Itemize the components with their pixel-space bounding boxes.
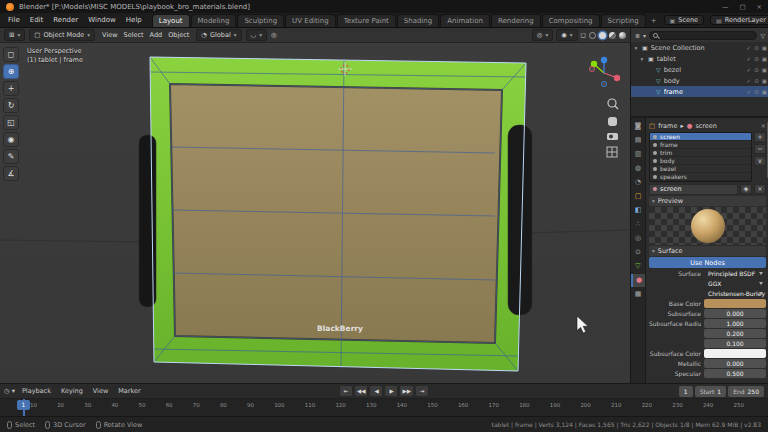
properties-tab[interactable]: ◍ [631,162,645,175]
material-slot-row[interactable]: screen [650,133,751,141]
outliner-item-label[interactable]: Scene Collection [651,44,744,52]
render-visibility-icon[interactable]: ▣ [762,89,767,95]
current-frame-field[interactable]: 1 [679,386,693,397]
workspace-tab[interactable]: Animation [440,14,490,27]
menu-item[interactable]: File [3,16,25,24]
hide-eye-icon[interactable]: ⊙ [754,56,759,62]
minimize-button[interactable]: — [722,3,729,11]
property-value-field[interactable]: 0.200 [704,329,766,338]
outliner-item-label[interactable]: body [664,77,744,85]
properties-tab[interactable]: ◧ [631,204,645,217]
tool-button[interactable]: ⊕ [3,64,19,79]
transport-button[interactable]: ▶▶ [400,385,414,397]
view-layer-selector[interactable]: ▤ RenderLayer [710,15,768,25]
unpin-icon[interactable]: × [761,122,766,130]
property-value-field[interactable]: 0.500 [704,369,766,378]
properties-tab[interactable]: ◔ [631,176,645,189]
camera-view-icon[interactable] [607,133,618,140]
menu-item[interactable]: Render [48,16,83,24]
timeline-editor-button[interactable]: ◷ ▾ [4,387,15,395]
menu-item[interactable]: Window [83,16,121,24]
xray-toggle-icon[interactable]: ◻ [581,31,586,39]
workspace-tab[interactable]: Shading [397,14,439,27]
outliner-row[interactable]: ▾ ▣ Scene Collection ✓ ⊙ ▣ [631,42,768,53]
properties-tab[interactable]: ◎ [631,232,645,245]
properties-tab[interactable]: ● [631,274,645,287]
property-value-field[interactable]: 0.000 [704,359,766,368]
render-visibility-icon[interactable]: ▣ [762,45,767,51]
properties-tab[interactable]: ⊙ [631,246,645,259]
hide-eye-icon[interactable]: ⊙ [754,89,759,95]
outliner-editor-icon[interactable]: ≣ [635,32,640,39]
timeline-menu-item[interactable]: Keying [59,387,85,395]
properties-tab[interactable]: ▽ [631,260,645,273]
property-value-field[interactable]: GGX [704,279,766,288]
close-button[interactable]: × [757,3,762,11]
tablet-left-grip-mesh[interactable] [139,135,156,307]
menu-item[interactable]: Help [121,16,147,24]
tool-button[interactable]: ✎ [3,149,19,164]
transport-button[interactable]: ▶ [385,385,399,397]
transport-button[interactable]: ◀ [370,385,384,397]
tool-button[interactable]: ◻ [3,47,19,62]
breadcrumb-material[interactable]: screen [695,122,717,130]
outliner-item-label[interactable]: tablet [657,55,744,63]
outliner-item-label[interactable]: bezel [664,66,744,74]
properties-tab[interactable]: ▦ [631,288,645,301]
workspace-tab[interactable]: Modeling [191,14,237,27]
material-slot-row[interactable]: speakers [650,173,751,181]
property-value-field[interactable]: 1.000 [704,319,766,328]
pan-hand-icon[interactable] [608,117,617,126]
checkbox-icon[interactable]: ✓ [747,45,752,51]
navigation-gizmo[interactable] [589,57,620,87]
workspace-tab[interactable]: Scripting [601,14,646,27]
workspace-tab[interactable]: Compositing [542,14,600,27]
viewport-menu-item[interactable]: Select [121,31,147,39]
frame-start-field[interactable]: Start 1 [695,386,727,397]
outliner-search-input[interactable] [649,31,757,40]
disclosure-triangle-icon[interactable]: ▾ [639,56,645,62]
workspace-tab[interactable]: Texture Paint [337,14,396,27]
workspace-tab[interactable]: Rendering [491,14,541,27]
timeline-menu-item[interactable]: View [91,387,110,395]
tool-button[interactable]: ◉ [3,132,19,147]
maximize-button[interactable]: ▢ [739,3,745,11]
remove-slot-button[interactable]: − [754,144,766,154]
fake-user-button[interactable]: ◈ [740,184,752,194]
transport-button[interactable]: ◀◀ [354,385,368,397]
editor-type-button[interactable]: ⊞ ▾ [4,29,25,41]
checkbox-icon[interactable]: ✓ [747,89,752,95]
viewport-menu-item[interactable]: View [99,31,120,39]
outliner-row[interactable]: ▽ bezel ✓ ⊙ ▣ [631,64,768,75]
hide-eye-icon[interactable]: ⊙ [754,45,759,51]
workspace-tab[interactable]: Layout [152,14,190,27]
outliner-row[interactable]: ▾ ▣ tablet ✓ ⊙ ▣ [631,53,768,64]
viewport[interactable]: User Perspective (1) tablet | frame [0,43,630,383]
viewport-canvas[interactable]: BlackBerry [0,43,630,383]
shading-rendered-button[interactable] [619,32,626,39]
tool-button[interactable]: + [3,81,19,96]
playhead-frame-badge[interactable]: 1 [17,400,30,410]
tool-button[interactable]: ∡ [3,166,19,181]
outliner-item-label[interactable]: frame [664,88,744,96]
material-slot-row[interactable]: bezel [650,165,751,173]
breadcrumb-object[interactable]: frame [658,122,677,130]
viewport-menu-item[interactable]: Add [147,31,166,39]
outliner-row[interactable]: ▽ body ✓ ⊙ ▣ [631,75,768,86]
shading-wireframe-button[interactable] [589,32,596,39]
slot-specials-button[interactable]: ∨ [754,156,766,166]
render-visibility-icon[interactable]: ▣ [762,67,767,73]
checkbox-icon[interactable]: ✓ [747,67,752,73]
scene-selector[interactable]: ▣ Scene [664,15,705,25]
tool-button[interactable]: ◱ [3,115,19,130]
viewport-menu-item[interactable]: Object [165,31,192,39]
property-value-field[interactable]: Principled BSDF [704,269,766,278]
show-gizmo-button[interactable]: ◎ ▾ [532,29,553,41]
workspace-tab[interactable]: UV Editing [285,14,336,27]
add-slot-button[interactable]: + [754,132,766,142]
tool-button[interactable]: ↻ [3,98,19,113]
shading-material-button[interactable] [609,32,616,39]
property-value-field[interactable]: 0.000 [704,309,766,318]
preview-section-header[interactable]: ▾ Preview [649,196,766,206]
material-slot-row[interactable]: trim [650,149,751,157]
